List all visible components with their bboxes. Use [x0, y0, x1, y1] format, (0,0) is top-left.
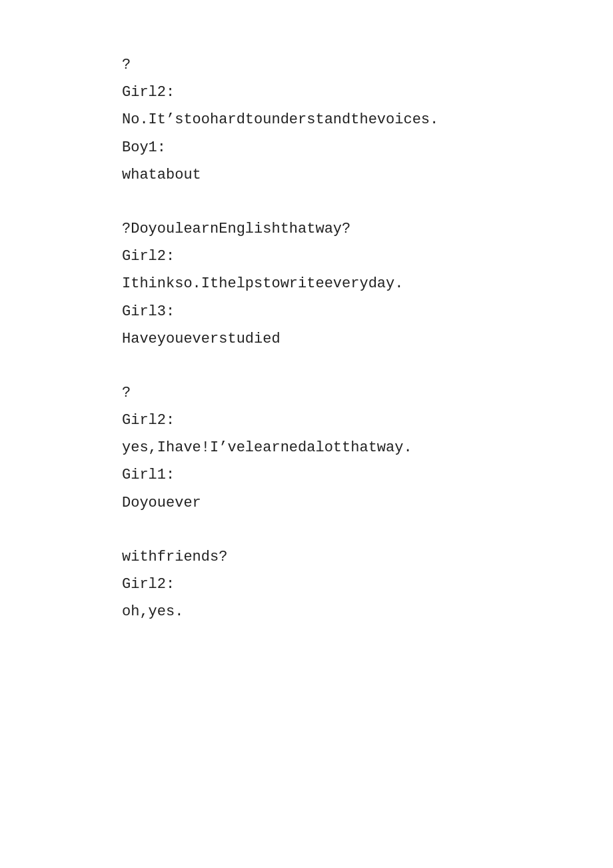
text-line: Boy1:: [122, 136, 613, 159]
text-line: ?DoyoulearnEnglishthatway?: [122, 217, 613, 241]
spacer: [122, 191, 613, 217]
text-line: withfriends?: [122, 545, 613, 569]
text-line: Girl3:: [122, 300, 613, 323]
main-content: ?Girl2:No.It’stoohardtounderstandthevoic…: [122, 53, 613, 623]
spacer: [122, 355, 613, 381]
text-line: Girl2:: [122, 409, 613, 432]
text-line: Girl1:: [122, 463, 613, 487]
text-line: ?: [122, 381, 613, 405]
text-line: Doyouever: [122, 491, 613, 515]
text-line: oh,yes.: [122, 600, 613, 623]
text-line: Haveyoueverstudied: [122, 327, 613, 351]
text-line: Girl2:: [122, 81, 613, 104]
text-line: Girl2:: [122, 573, 613, 596]
spacer: [122, 519, 613, 545]
text-line: yes,Ihave!I’velearnedalotthatway.: [122, 436, 613, 459]
text-line: Ithinkso.Ithelpstowriteeveryday.: [122, 272, 613, 295]
text-line: No.It’stoohardtounderstandthevoices.: [122, 108, 613, 131]
text-line: Girl2:: [122, 245, 613, 268]
text-line: whatabout: [122, 163, 613, 187]
text-line: ?: [122, 53, 613, 77]
